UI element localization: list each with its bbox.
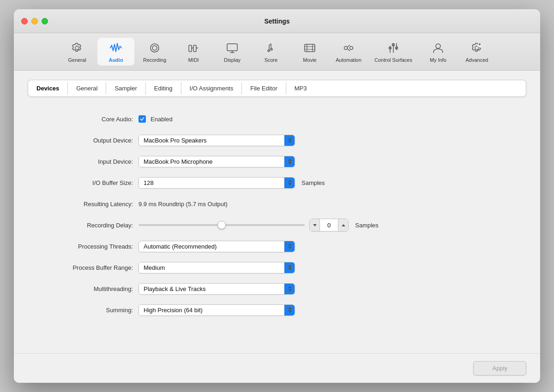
maximize-button[interactable] xyxy=(42,18,48,24)
multithreading-row: Multithreading: Playback & Live Tracks xyxy=(46,282,508,295)
process-buffer-value: Medium xyxy=(139,262,284,273)
window-title: Settings xyxy=(264,18,289,25)
input-device-chevron[interactable] xyxy=(284,156,295,167)
io-buffer-value: 128 xyxy=(139,178,284,188)
toolbar-item-control-surfaces[interactable]: Control Surfaces xyxy=(369,38,418,65)
toolbar-item-midi[interactable]: MIDI xyxy=(175,38,212,65)
subtab-editing[interactable]: Editing xyxy=(146,82,181,95)
svg-point-12 xyxy=(344,47,348,50)
input-device-control: MacBook Pro Microphone xyxy=(138,156,295,167)
recording-delay-down-btn[interactable] xyxy=(310,219,320,231)
score-icon xyxy=(264,41,278,55)
core-audio-label: Core Audio: xyxy=(46,116,138,123)
output-device-chevron[interactable] xyxy=(284,135,295,146)
subtabs: Devices General Sampler Editing I/O Assi… xyxy=(28,80,526,97)
close-button[interactable] xyxy=(21,18,28,24)
resulting-latency-control: 9.9 ms Roundtrip (5.7 ms Output) xyxy=(138,201,228,208)
multithreading-value: Playback & Live Tracks xyxy=(139,284,284,294)
summing-select[interactable]: High Precision (64 bit) xyxy=(138,304,295,316)
input-device-select[interactable]: MacBook Pro Microphone xyxy=(138,156,295,167)
toolbar-item-audio[interactable]: Audio xyxy=(97,38,134,65)
footer: Apply xyxy=(14,353,540,383)
window-buttons xyxy=(21,18,48,24)
recording-label: Recording xyxy=(143,57,166,63)
apply-button[interactable]: Apply xyxy=(473,361,526,375)
subtab-general[interactable]: General xyxy=(68,82,106,95)
svg-rect-2 xyxy=(189,45,192,52)
multithreading-chevron[interactable] xyxy=(284,284,295,294)
recording-delay-label: Recording Delay: xyxy=(46,222,138,229)
advanced-label: Advanced xyxy=(466,57,488,63)
toolbar: General Audio Recording xyxy=(14,33,540,71)
io-buffer-label: I/O Buffer Size: xyxy=(46,179,138,186)
processing-threads-select[interactable]: Automatic (Recommended) xyxy=(138,241,295,252)
output-device-value: MacBook Pro Speakers xyxy=(139,135,284,146)
recording-delay-stepper[interactable]: 0 xyxy=(309,219,349,232)
svg-point-5 xyxy=(268,50,270,52)
toolbar-item-movie[interactable]: Movie xyxy=(291,38,328,65)
io-buffer-control: 128 Samples xyxy=(138,177,325,189)
toolbar-item-score[interactable]: Score xyxy=(253,38,289,65)
processing-threads-label: Processing Threads: xyxy=(46,243,138,250)
subtab-sampler[interactable]: Sampler xyxy=(106,82,145,95)
movie-icon xyxy=(302,41,317,55)
content-area: Devices General Sampler Editing I/O Assi… xyxy=(14,71,540,353)
summing-value: High Precision (64 bit) xyxy=(139,305,284,315)
summing-label: Summing: xyxy=(46,307,138,314)
processing-threads-row: Processing Threads: Automatic (Recommend… xyxy=(46,240,508,253)
recording-delay-up-btn[interactable] xyxy=(338,219,348,231)
output-device-row: Output Device: MacBook Pro Speakers xyxy=(46,134,508,147)
subtab-devices[interactable]: Devices xyxy=(28,82,68,95)
toolbar-item-general[interactable]: General xyxy=(59,38,96,65)
output-device-label: Output Device: xyxy=(46,137,138,144)
svg-point-1 xyxy=(152,46,157,50)
resulting-latency-value: 9.9 ms Roundtrip (5.7 ms Output) xyxy=(138,201,228,208)
recording-delay-value: 0 xyxy=(321,222,337,229)
minimize-button[interactable] xyxy=(31,18,38,24)
core-audio-checkbox[interactable] xyxy=(138,115,146,123)
recording-delay-unit: Samples xyxy=(355,222,379,229)
io-buffer-chevron[interactable] xyxy=(284,178,295,188)
toolbar-item-recording[interactable]: Recording xyxy=(136,38,173,65)
recording-delay-row: Recording Delay: 0 Samples xyxy=(46,219,508,232)
titlebar: Settings xyxy=(14,9,540,33)
summing-row: Summing: High Precision (64 bit) xyxy=(46,303,508,316)
resulting-latency-row: Resulting Latency: 9.9 ms Roundtrip (5.7… xyxy=(46,197,508,210)
svg-rect-3 xyxy=(193,45,196,52)
output-device-select[interactable]: MacBook Pro Speakers xyxy=(138,135,295,146)
resulting-latency-label: Resulting Latency: xyxy=(46,201,138,208)
my-info-label: My Info xyxy=(430,57,446,63)
toolbar-item-advanced[interactable]: Advanced xyxy=(458,38,495,65)
audio-waveform-icon xyxy=(108,41,123,55)
multithreading-select[interactable]: Playback & Live Tracks xyxy=(138,283,295,295)
gear-icon xyxy=(70,41,84,55)
midi-icon xyxy=(186,41,201,55)
recording-delay-slider-container xyxy=(138,224,305,226)
automation-label: Automation xyxy=(336,57,361,63)
recording-delay-slider[interactable] xyxy=(138,224,305,226)
toolbar-item-automation[interactable]: Automation xyxy=(330,38,367,65)
score-label: Score xyxy=(265,57,278,63)
my-info-icon xyxy=(431,41,446,55)
toolbar-item-my-info[interactable]: My Info xyxy=(420,38,457,65)
svg-point-6 xyxy=(271,48,272,50)
process-buffer-chevron[interactable] xyxy=(284,262,295,273)
summing-chevron[interactable] xyxy=(284,305,295,315)
subtab-file-editor[interactable]: File Editor xyxy=(242,82,286,95)
svg-point-0 xyxy=(151,44,159,52)
svg-point-13 xyxy=(350,47,353,50)
process-buffer-select[interactable]: Medium xyxy=(138,262,295,273)
process-buffer-row: Process Buffer Range: Medium xyxy=(46,261,508,274)
io-buffer-select[interactable]: 128 xyxy=(138,177,295,189)
input-device-row: Input Device: MacBook Pro Microphone xyxy=(46,155,508,168)
svg-point-20 xyxy=(436,44,440,48)
subtab-io-assignments[interactable]: I/O Assignments xyxy=(181,82,242,95)
toolbar-item-display[interactable]: Display xyxy=(214,38,251,65)
svg-rect-4 xyxy=(227,44,237,51)
control-surfaces-label: Control Surfaces xyxy=(374,57,412,63)
settings-window: Settings General Audio xyxy=(14,9,540,383)
io-buffer-unit: Samples xyxy=(301,179,325,186)
core-audio-control: Enabled xyxy=(138,115,173,123)
subtab-mp3[interactable]: MP3 xyxy=(286,82,315,95)
processing-threads-chevron[interactable] xyxy=(284,241,295,252)
